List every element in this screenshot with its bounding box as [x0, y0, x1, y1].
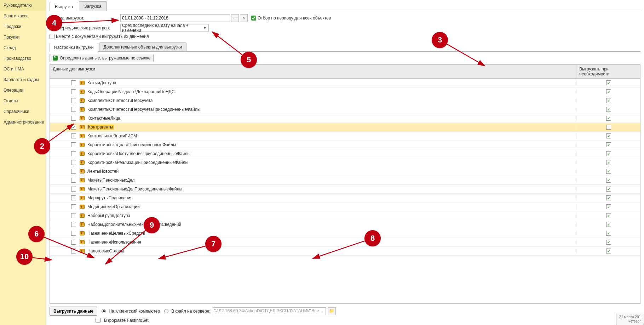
radio-client-computer[interactable]: [102, 309, 106, 313]
row-necessity-checkbox[interactable]: [606, 204, 611, 209]
annotation-marker-5: 5: [241, 52, 257, 68]
table-row[interactable]: КорректировкаПоступленияПрисоединенныеФа…: [50, 149, 640, 158]
fastinfoset-checkbox[interactable]: [96, 318, 100, 323]
period-clear-button[interactable]: ×: [240, 14, 248, 22]
table-row[interactable]: НалоговыеОрганы: [50, 247, 640, 256]
row-select-checkbox[interactable]: [71, 151, 76, 156]
row-necessity-checkbox[interactable]: [606, 89, 611, 94]
tab-export[interactable]: Выгрузка: [50, 2, 78, 11]
row-necessity-checkbox[interactable]: [606, 187, 611, 192]
row-necessity-checkbox[interactable]: [606, 169, 611, 174]
table-row[interactable]: КодыОперацийРаздела7ДекларацииПоНДС: [50, 87, 640, 96]
sidebar-item-warehouse[interactable]: Склад: [0, 42, 46, 53]
table-row[interactable]: НазначениеЦелевыхСредств: [50, 229, 640, 238]
table-row[interactable]: КлючиДоступа: [50, 79, 640, 87]
row-select-checkbox[interactable]: [71, 107, 76, 112]
row-necessity-checkbox[interactable]: [606, 80, 611, 85]
table-row[interactable]: КорректировкаДолгаПрисоединенныеФайлы: [50, 141, 640, 149]
row-necessity-checkbox[interactable]: [606, 116, 611, 121]
period-input[interactable]: [120, 14, 230, 22]
sidebar-item-purchases[interactable]: Покупки: [0, 32, 46, 42]
sidebar-item-production[interactable]: Производство: [0, 53, 46, 64]
sidebar-item-assets[interactable]: ОС и НМА: [0, 64, 46, 74]
row-select-checkbox[interactable]: [71, 169, 76, 174]
row-select-checkbox[interactable]: [71, 195, 76, 200]
table-header: Данные для выгрузки Выгружать при необхо…: [50, 65, 640, 79]
radio-server-label: В файл на сервере:: [171, 309, 211, 314]
row-select-checkbox[interactable]: [71, 142, 76, 147]
sidebar-item-admin[interactable]: Администрирование: [0, 117, 46, 127]
row-label: МаршрутыПодписания: [87, 195, 133, 200]
row-select-checkbox[interactable]: [71, 116, 76, 121]
row-necessity-checkbox[interactable]: [606, 178, 611, 183]
table-row[interactable]: МакетыПенсионныхДел: [50, 176, 640, 185]
export-movements-checkbox[interactable]: [50, 34, 54, 39]
table-row[interactable]: ЛентыНовостей: [50, 167, 640, 176]
radio-server-file[interactable]: [164, 309, 168, 313]
row-necessity-checkbox[interactable]: [606, 240, 611, 245]
sidebar-item-catalogs[interactable]: Справочники: [0, 106, 46, 117]
row-necessity-checkbox[interactable]: [606, 195, 611, 200]
row-necessity-checkbox[interactable]: [606, 98, 611, 103]
sidebar-item-manager[interactable]: Руководителю: [0, 0, 46, 11]
row-necessity-checkbox[interactable]: [606, 133, 611, 138]
row-necessity-checkbox[interactable]: [606, 125, 611, 130]
tab-settings[interactable]: Настройки выгрузки: [50, 43, 98, 52]
table-row[interactable]: КомплектыОтчетностиПерсучета: [50, 96, 640, 105]
row-select-checkbox[interactable]: [71, 160, 76, 165]
row-select-checkbox[interactable]: [71, 213, 76, 218]
row-select-checkbox[interactable]: [71, 133, 76, 138]
table-row[interactable]: КорректировкаРеализацииПрисоединенныеФай…: [50, 158, 640, 167]
table-row[interactable]: КонтрольныеЗнакиГИСМ: [50, 132, 640, 141]
row-select-checkbox[interactable]: [71, 231, 76, 236]
row-necessity-checkbox[interactable]: [606, 160, 611, 165]
sidebar-item-sales[interactable]: Продажи: [0, 21, 46, 32]
detect-by-link-button[interactable]: Определить данные, выгружаемые по ссылке: [50, 54, 154, 62]
table-row[interactable]: Контрагенты: [50, 123, 640, 132]
tab-import[interactable]: Загрузка: [79, 1, 107, 11]
table-row[interactable]: МаршрутыПодписания: [50, 194, 640, 203]
tab-additional-objects[interactable]: Дополнительные объекты для выгрузки: [99, 42, 187, 51]
sidebar-item-reports[interactable]: Отчеты: [0, 96, 46, 106]
table-row[interactable]: КонтактныеЛица: [50, 114, 640, 123]
refresh-icon: [53, 56, 58, 61]
row-select-checkbox[interactable]: [71, 98, 76, 103]
row-select-checkbox[interactable]: [71, 89, 76, 94]
export-movements-label: Вместе с документами выгружать их движен…: [56, 34, 149, 39]
filter-period-all-label: Отбор по периоду для всех объектов: [258, 16, 331, 21]
row-select-checkbox[interactable]: [71, 222, 76, 227]
table-row[interactable]: НазначенияИспользования: [50, 238, 640, 247]
row-periodic-registers: Для периодических регистров: Срез послед…: [50, 24, 640, 32]
row-necessity-checkbox[interactable]: [606, 213, 611, 218]
table-row[interactable]: КомплектыОтчетностиПерсучетаПрисоединенн…: [50, 105, 640, 114]
table-row[interactable]: МакетыПенсионныхДелПрисоединенныеФайлы: [50, 185, 640, 194]
sidebar-item-payroll[interactable]: Зарплата и кадры: [0, 74, 46, 85]
table-row[interactable]: НаборыДополнительныхРеквизитовИСведений: [50, 220, 640, 229]
sidebar-item-operations[interactable]: Операции: [0, 85, 46, 96]
row-necessity-checkbox[interactable]: [606, 222, 611, 227]
browse-file-button[interactable]: 📁: [328, 307, 336, 315]
table-row[interactable]: НаборыГруппДоступа: [50, 211, 640, 220]
export-data-button[interactable]: Выгрузить данные: [50, 307, 97, 316]
server-path-input[interactable]: \\192.168.60.34\ActionD\ОТДЕЛ ЭКСПЛУАТАЦ…: [213, 307, 326, 315]
row-select-checkbox[interactable]: [71, 178, 76, 183]
row-select-checkbox[interactable]: [71, 204, 76, 209]
row-necessity-checkbox[interactable]: [606, 231, 611, 236]
row-necessity-checkbox[interactable]: [606, 142, 611, 147]
row-select-checkbox[interactable]: [71, 80, 76, 85]
filter-period-all-checkbox[interactable]: [251, 16, 256, 21]
row-necessity-checkbox[interactable]: [606, 151, 611, 156]
period-choose-button[interactable]: …: [231, 14, 239, 22]
table-row[interactable]: МедицинскиеОрганизации: [50, 203, 640, 211]
row-select-checkbox[interactable]: [71, 249, 76, 253]
periodic-reg-select[interactable]: Срез последних на дату начала + изменени…: [120, 24, 209, 32]
row-select-checkbox[interactable]: [71, 240, 76, 245]
row-necessity-checkbox[interactable]: [606, 107, 611, 112]
radio-client-label: На клиентский компьютер: [109, 309, 160, 314]
row-necessity-checkbox[interactable]: [606, 249, 611, 253]
sidebar-item-bank[interactable]: Банк и касса: [0, 11, 46, 21]
row-select-checkbox[interactable]: [71, 187, 76, 192]
row-label: КонтактныеЛица: [87, 116, 120, 121]
row-select-checkbox[interactable]: [71, 125, 76, 130]
catalog-icon: [80, 152, 85, 156]
